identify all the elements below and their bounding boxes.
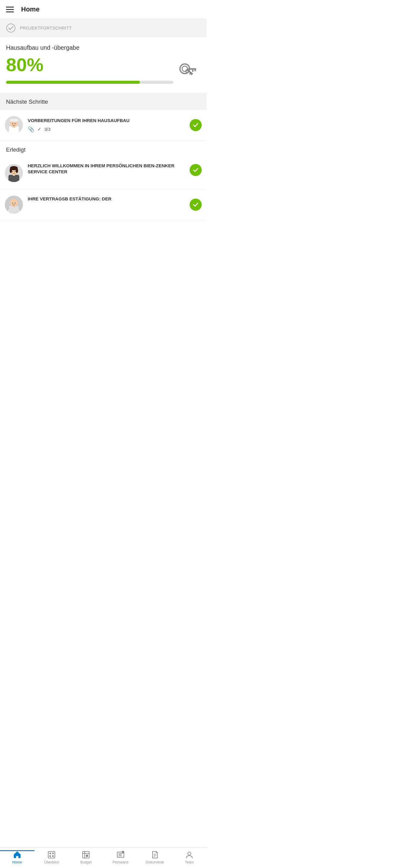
progress-bar-fill bbox=[6, 81, 140, 84]
svg-point-18 bbox=[15, 123, 16, 124]
progress-percent: 80% bbox=[6, 56, 201, 74]
menu-button[interactable] bbox=[6, 7, 14, 12]
task-item-vorbereitungen[interactable]: VORBEREITUNGEN FÜR IHREN HAUSAUFBAU 📎 ✓ … bbox=[0, 110, 206, 141]
svg-rect-16 bbox=[13, 126, 15, 128]
projektfortschritt-section: PROJEKTFORTSCHRITT bbox=[0, 19, 206, 37]
green-check-vertrag bbox=[189, 198, 202, 211]
svg-point-24 bbox=[16, 168, 18, 173]
erledigt-header: Erledigt bbox=[0, 141, 206, 156]
task-status-completed bbox=[189, 119, 202, 131]
task-status-welcome bbox=[189, 164, 202, 176]
naechste-schritte-header: Nächste Schritte bbox=[0, 93, 206, 110]
svg-point-32 bbox=[12, 203, 13, 204]
attachment-icon: 📎 bbox=[28, 126, 34, 133]
svg-rect-15 bbox=[10, 119, 18, 121]
svg-rect-5 bbox=[195, 70, 196, 71]
svg-point-27 bbox=[15, 171, 16, 172]
task-content-vertrag: IHRE VERTRAGSB ESTÄTIGUNG: DER bbox=[28, 195, 185, 202]
header: Home bbox=[0, 0, 206, 19]
svg-rect-20 bbox=[8, 175, 19, 182]
check-icon-small: ✓ bbox=[37, 126, 41, 132]
projektfortschritt-label: PROJEKTFORTSCHRITT bbox=[20, 26, 72, 30]
svg-point-23 bbox=[10, 168, 12, 173]
erledigt-item-welcome[interactable]: HERZLICH WILLKOMMEN IN IHREM PERSÖNLICHE… bbox=[0, 156, 206, 190]
svg-point-17 bbox=[12, 123, 13, 124]
task-title-welcome: HERZLICH WILLKOMMEN IN IHREM PERSÖNLICHE… bbox=[28, 163, 185, 175]
keys-icon bbox=[176, 60, 201, 86]
check-circle-icon bbox=[6, 23, 16, 33]
svg-rect-3 bbox=[188, 68, 196, 70]
task-content-welcome: HERZLICH WILLKOMMEN IN IHREM PERSÖNLICHE… bbox=[28, 163, 185, 177]
svg-rect-25 bbox=[13, 174, 15, 176]
task-count: 3/3 bbox=[44, 127, 51, 132]
task-title-vertrag: IHRE VERTRAGSB ESTÄTIGUNG: DER bbox=[28, 195, 185, 202]
progress-subtitle: Hausaufbau und -übergabe bbox=[6, 44, 201, 51]
task-avatar-man bbox=[5, 116, 23, 134]
svg-rect-4 bbox=[192, 70, 194, 72]
task-content-vorbereitungen: VORBEREITUNGEN FÜR IHREN HAUSAUFBAU 📎 ✓ … bbox=[28, 118, 185, 133]
svg-point-26 bbox=[12, 171, 13, 172]
task-avatar-woman bbox=[5, 164, 23, 182]
green-check-icon bbox=[189, 119, 202, 131]
green-check-welcome bbox=[189, 164, 202, 176]
task-meta-vorbereitungen: 📎 ✓ 3/3 bbox=[28, 126, 185, 133]
task-title-vorbereitungen: VORBEREITUNGEN FÜR IHREN HAUSAUFBAU bbox=[28, 118, 185, 124]
task-avatar-man2 bbox=[5, 195, 23, 214]
svg-point-0 bbox=[7, 24, 15, 32]
svg-point-33 bbox=[15, 203, 16, 204]
svg-point-30 bbox=[10, 199, 18, 207]
svg-point-2 bbox=[182, 66, 187, 71]
svg-rect-31 bbox=[13, 206, 15, 207]
progress-bar bbox=[6, 81, 173, 84]
progress-content: Hausaufbau und -übergabe 80% bbox=[0, 37, 206, 93]
page-title: Home bbox=[21, 5, 39, 13]
erledigt-item-vertrag[interactable]: IHRE VERTRAGSB ESTÄTIGUNG: DER bbox=[0, 190, 206, 220]
svg-point-9 bbox=[186, 70, 189, 73]
